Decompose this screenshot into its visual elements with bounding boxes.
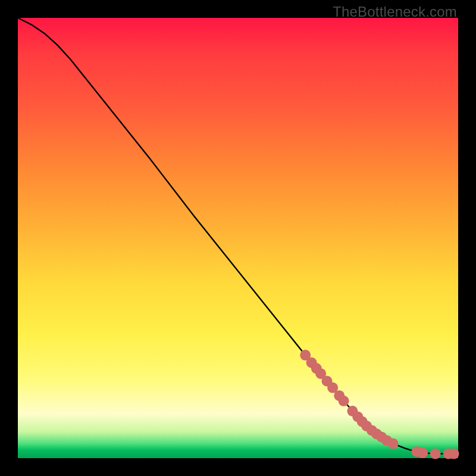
data-marker <box>387 439 398 449</box>
chart-frame: TheBottleneck.com <box>0 0 476 476</box>
curve-line <box>18 18 458 454</box>
data-marker <box>339 396 349 406</box>
plot-area <box>18 18 458 458</box>
curve-markers <box>300 350 459 459</box>
chart-svg <box>18 18 458 458</box>
data-marker <box>449 449 459 459</box>
data-marker <box>430 449 441 459</box>
data-marker <box>417 447 428 458</box>
